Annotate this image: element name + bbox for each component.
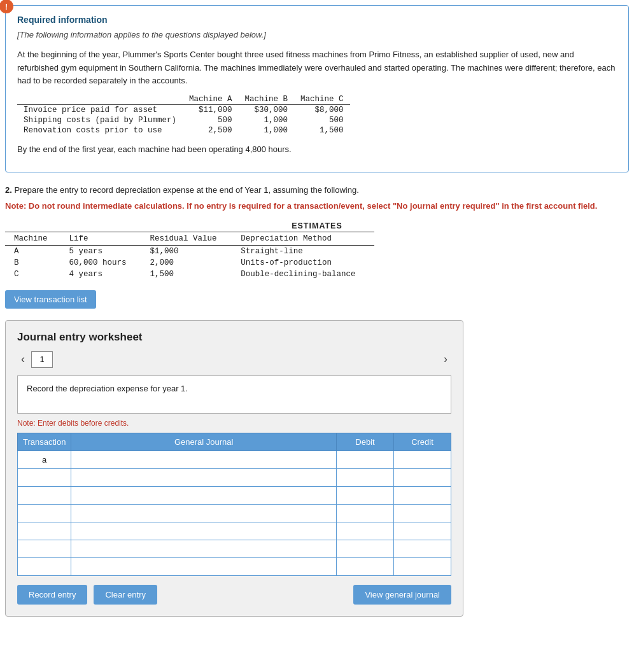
credit-input-2[interactable] — [394, 469, 451, 486]
estimates-table: Machine Life Residual Value Depreciation… — [5, 232, 374, 280]
debit-cell-6[interactable] — [337, 540, 394, 557]
debit-input-4[interactable] — [337, 505, 393, 522]
table-header-machine-a: Machine A — [183, 94, 239, 105]
credit-input-7[interactable] — [394, 558, 451, 575]
instruction-box: Record the depreciation expense for year… — [17, 375, 451, 414]
table-header-label — [17, 94, 183, 105]
estimates-row-b: B 60,000 hours 2,000 Units-of-production — [5, 257, 374, 269]
general-journal-input-1[interactable] — [71, 451, 336, 468]
debit-input-1[interactable] — [337, 451, 393, 468]
credit-cell-4[interactable] — [394, 504, 451, 522]
info-box: ! Required information [The following in… — [5, 5, 629, 172]
general-journal-cell-6[interactable] — [71, 540, 337, 557]
machine-a-invoice: $11,000 — [183, 105, 239, 116]
general-journal-input-2[interactable] — [71, 469, 336, 486]
info-box-body2: By the end of the first year, each machi… — [17, 143, 617, 157]
journal-header-general: General Journal — [71, 433, 337, 451]
general-journal-cell-5[interactable] — [71, 522, 337, 540]
debit-cell-1[interactable] — [337, 451, 394, 468]
row-label-shipping: Shipping costs (paid by Plummer) — [17, 115, 183, 125]
estimates-header-machine: Machine — [5, 232, 60, 245]
credit-cell-3[interactable] — [394, 486, 451, 504]
debit-input-7[interactable] — [337, 558, 393, 575]
machine-a-life: 5 years — [60, 245, 141, 257]
debit-input-2[interactable] — [337, 469, 393, 486]
question-section: 2. Prepare the entry to record depreciat… — [5, 184, 629, 213]
journal-row-4 — [18, 504, 451, 522]
credit-cell-2[interactable] — [394, 468, 451, 486]
estimates-header-life: Life — [60, 232, 141, 245]
estimates-container: ESTIMATES Machine Life Residual Value De… — [5, 221, 629, 280]
credit-cell-6[interactable] — [394, 540, 451, 557]
general-journal-input-5[interactable] — [71, 522, 336, 540]
table-header-machine-c: Machine C — [294, 94, 350, 105]
worksheet-title: Journal entry worksheet — [17, 331, 451, 344]
general-journal-input-4[interactable] — [71, 505, 336, 522]
general-journal-cell-3[interactable] — [71, 486, 337, 504]
debit-input-3[interactable] — [337, 487, 393, 504]
transaction-cell-2 — [18, 468, 71, 486]
credit-input-3[interactable] — [394, 487, 451, 504]
nav-next-button[interactable]: › — [440, 353, 451, 366]
credit-cell-5[interactable] — [394, 522, 451, 540]
journal-header-debit: Debit — [337, 433, 394, 451]
estimates-title: ESTIMATES — [5, 221, 629, 230]
machine-c-renovation: 1,500 — [294, 125, 350, 136]
debit-cell-3[interactable] — [337, 486, 394, 504]
view-transaction-list-button[interactable]: View transaction list — [5, 290, 96, 309]
estimates-header-method: Depreciation Method — [232, 232, 374, 245]
transaction-cell-4 — [18, 504, 71, 522]
journal-header-credit: Credit — [394, 433, 451, 451]
journal-row-1: a — [18, 451, 451, 468]
machine-data-table: Machine A Machine B Machine C Invoice pr… — [17, 94, 350, 136]
machine-b-method: Units-of-production — [232, 257, 374, 269]
question-body: Prepare the entry to record depreciation… — [14, 185, 358, 195]
clear-entry-button[interactable]: Clear entry — [94, 585, 157, 605]
view-general-journal-button[interactable]: View general journal — [353, 585, 451, 605]
journal-header-transaction: Transaction — [18, 433, 71, 451]
machine-b-renovation: 1,000 — [239, 125, 295, 136]
debit-cell-5[interactable] — [337, 522, 394, 540]
debit-cell-2[interactable] — [337, 468, 394, 486]
credit-cell-1[interactable] — [394, 451, 451, 468]
nav-prev-button[interactable]: ‹ — [17, 353, 29, 366]
machine-c-shipping: 500 — [294, 115, 350, 125]
transaction-cell-6 — [18, 540, 71, 557]
credit-cell-7[interactable] — [394, 557, 451, 575]
journal-row-5 — [18, 522, 451, 540]
credit-input-1[interactable] — [394, 451, 451, 468]
table-row: Renovation costs prior to use 2,500 1,00… — [17, 125, 350, 136]
credit-input-6[interactable] — [394, 540, 451, 557]
general-journal-cell-2[interactable] — [71, 468, 337, 486]
debit-cell-4[interactable] — [337, 504, 394, 522]
general-journal-input-7[interactable] — [71, 558, 336, 575]
general-journal-input-3[interactable] — [71, 487, 336, 504]
transaction-cell-3 — [18, 486, 71, 504]
debit-input-6[interactable] — [337, 540, 393, 557]
credit-input-4[interactable] — [394, 505, 451, 522]
general-journal-cell-4[interactable] — [71, 504, 337, 522]
debit-input-5[interactable] — [337, 522, 393, 540]
debits-before-credits-note: Note: Enter debits before credits. — [17, 419, 451, 428]
general-journal-cell-1[interactable] — [71, 451, 337, 468]
row-label-invoice: Invoice price paid for asset — [17, 105, 183, 116]
machine-a-shipping: 500 — [183, 115, 239, 125]
machine-b-invoice: $30,000 — [239, 105, 295, 116]
record-entry-button[interactable]: Record entry — [17, 585, 87, 605]
worksheet-container: Journal entry worksheet ‹ 1 › Record the… — [5, 320, 463, 617]
general-journal-input-6[interactable] — [71, 540, 336, 557]
debit-cell-7[interactable] — [337, 557, 394, 575]
journal-row-3 — [18, 486, 451, 504]
transaction-cell-5 — [18, 522, 71, 540]
machine-c-method: Double-declining-balance — [232, 269, 374, 280]
machine-c-residual: 1,500 — [141, 269, 232, 280]
general-journal-cell-7[interactable] — [71, 557, 337, 575]
credit-input-5[interactable] — [394, 522, 451, 540]
row-label-renovation: Renovation costs prior to use — [17, 125, 183, 136]
estimates-row-a: A 5 years $1,000 Straight-line — [5, 245, 374, 257]
info-box-body1: At the beginning of the year, Plummer's … — [17, 48, 617, 88]
info-box-title: Required information — [17, 15, 617, 25]
machine-c-invoice: $8,000 — [294, 105, 350, 116]
info-box-subtitle: [The following information applies to th… — [17, 29, 617, 42]
machine-a-name: A — [5, 245, 60, 257]
